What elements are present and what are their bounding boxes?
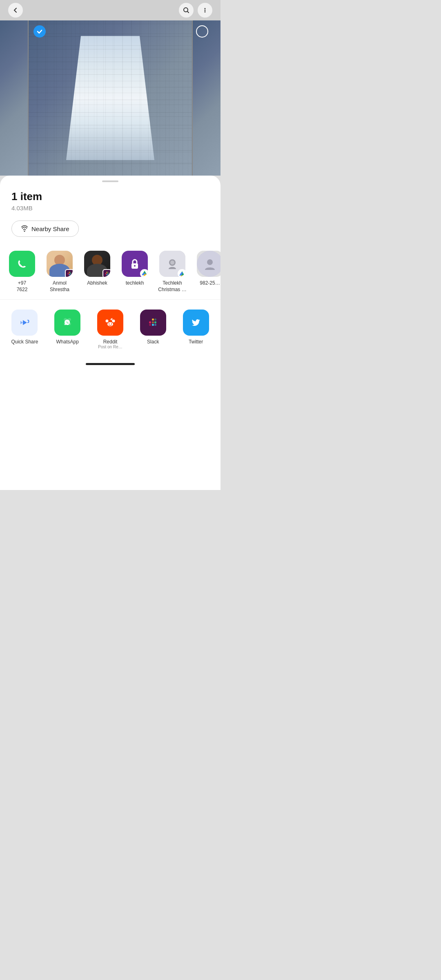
contact-techlekh-xmas[interactable]: TechlekhChristmas …	[154, 247, 190, 296]
svg-rect-46	[152, 318, 154, 321]
contact-name: TechlekhChristmas …	[158, 280, 186, 293]
app-reddit[interactable]: Reddit Post on Re…	[92, 306, 128, 352]
svg-point-29	[207, 259, 213, 265]
svg-rect-17	[108, 274, 109, 276]
status-bar	[0, 0, 220, 20]
svg-rect-11	[70, 272, 71, 273]
nav-pill	[86, 363, 135, 365]
search-icon[interactable]	[179, 3, 194, 18]
sheet-header: 1 item 4.03MB	[0, 182, 220, 216]
svg-point-1	[205, 8, 206, 9]
svg-rect-19	[108, 272, 109, 273]
contact-anmol[interactable]: AnmolShrestha	[42, 247, 78, 296]
svg-rect-41	[149, 324, 151, 326]
share-bottom-sheet: 1 item 4.03MB Nearby Share	[0, 176, 220, 490]
app-name: Twitter	[189, 339, 203, 345]
svg-rect-47	[152, 321, 154, 323]
contact-abhishek[interactable]: Abhishek	[79, 247, 115, 296]
more-menu-icon[interactable]	[198, 3, 212, 18]
svg-rect-18	[108, 273, 109, 274]
svg-rect-9	[70, 274, 71, 276]
svg-rect-20	[107, 272, 108, 273]
svg-point-34	[105, 320, 108, 323]
contact-name: AnmolShrestha	[50, 280, 69, 293]
svg-point-36	[109, 323, 109, 324]
item-count-label: 1 item	[11, 190, 209, 203]
app-sub-name: Post on Re…	[98, 345, 122, 349]
app-name: Slack	[147, 339, 159, 345]
svg-point-33	[112, 320, 115, 323]
back-button[interactable]	[8, 3, 23, 18]
app-name: Reddit	[103, 339, 118, 345]
photo-item-left[interactable]	[0, 20, 28, 176]
nearby-share-label: Nearby Share	[31, 225, 69, 232]
svg-marker-28	[180, 276, 185, 276]
apps-row: Quick Share WhatsApp	[0, 300, 220, 356]
svg-point-38	[111, 319, 112, 321]
app-name: WhatsApp	[56, 339, 79, 345]
nearby-share-button[interactable]: Nearby Share	[11, 220, 79, 237]
app-slack[interactable]: Slack	[135, 306, 171, 352]
contact-name: 982-25…	[200, 280, 220, 287]
contact-whatsapp-num[interactable]: +97 7622	[4, 247, 40, 296]
svg-rect-8	[69, 274, 70, 276]
contact-techlekh[interactable]: techlekh	[117, 247, 153, 296]
svg-rect-14	[105, 273, 107, 274]
svg-rect-10	[70, 273, 71, 274]
photo-item-center[interactable]	[29, 20, 192, 176]
svg-rect-42	[152, 324, 154, 326]
svg-rect-7	[68, 274, 69, 276]
svg-point-5	[15, 256, 29, 271]
svg-rect-16	[107, 274, 108, 276]
svg-point-37	[111, 323, 112, 324]
contacts-row: +97 7622	[0, 244, 220, 300]
photo-gallery	[0, 20, 220, 176]
app-whatsapp[interactable]: WhatsApp	[49, 306, 85, 352]
svg-rect-15	[105, 274, 107, 276]
nav-bar	[0, 356, 220, 372]
svg-rect-12	[69, 272, 70, 273]
app-twitter[interactable]: Twitter	[178, 306, 214, 352]
photo-unselected-check[interactable]	[196, 25, 208, 38]
svg-rect-13	[69, 273, 70, 274]
svg-rect-43	[154, 324, 156, 326]
svg-rect-45	[154, 318, 156, 321]
contact-name: Abhishek	[87, 280, 107, 287]
photo-selected-check[interactable]	[33, 25, 46, 38]
app-quick-share[interactable]: Quick Share	[7, 306, 42, 352]
svg-rect-21	[107, 273, 108, 274]
contact-name: techlekh	[126, 280, 144, 287]
svg-rect-40	[149, 321, 151, 323]
file-size-label: 4.03MB	[11, 205, 209, 212]
svg-point-3	[205, 11, 206, 13]
svg-rect-6	[68, 273, 69, 274]
svg-point-2	[205, 10, 206, 11]
svg-point-25	[170, 261, 174, 265]
photo-item-right[interactable]	[193, 20, 220, 176]
status-bar-actions	[179, 3, 212, 18]
svg-rect-44	[154, 321, 156, 323]
svg-point-23	[134, 265, 136, 267]
svg-point-4	[24, 231, 25, 232]
contact-name: +97 7622	[17, 280, 28, 293]
contact-unknown[interactable]: 982-25…	[192, 247, 220, 296]
app-name: Quick Share	[11, 339, 38, 345]
